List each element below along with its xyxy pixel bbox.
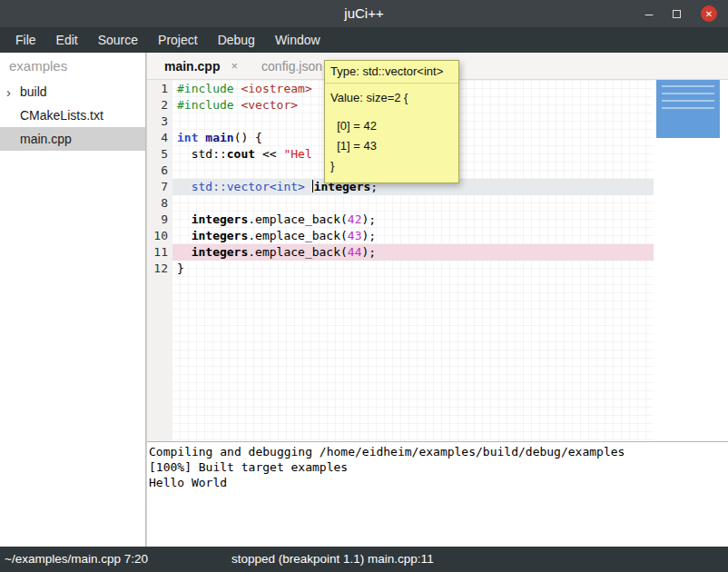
minimap-thumb[interactable]: [656, 80, 720, 138]
line-number[interactable]: 4: [147, 130, 172, 146]
close-button[interactable]: ✕: [701, 5, 717, 22]
tree-item-build[interactable]: ›build: [0, 80, 145, 104]
status-debug-state: stopped (breakpoint 1.1) main.cpp:11: [231, 547, 434, 572]
code-text: integers.emplace_back(44);: [172, 244, 654, 261]
code-segment: main: [205, 131, 233, 144]
text-caret: [312, 180, 313, 192]
chevron-right-icon[interactable]: ›: [6, 85, 20, 99]
code-segment: <iostream>: [241, 82, 311, 95]
status-file-position: ~/examples/main.cpp 7:20: [5, 547, 148, 572]
code-segment: std::vector<int>: [192, 180, 305, 193]
code-segment: #include: [177, 82, 234, 95]
code-segment: [305, 180, 312, 193]
menubar: FileEditSourceProjectDebugWindow: [0, 27, 728, 53]
tab-main-cpp[interactable]: main.cpp×: [152, 53, 250, 79]
code-segment: 42: [348, 212, 362, 226]
code-segment: .emplace_back(: [248, 245, 348, 259]
code-segment: .emplace_back(: [248, 229, 348, 242]
code-segment: integers: [192, 229, 249, 242]
menu-window[interactable]: Window: [265, 27, 330, 53]
sidebar-header: examples: [0, 53, 145, 80]
sidebar: examples ›buildCMakeLists.txtmain.cpp: [0, 53, 145, 547]
code-segment: );: [362, 245, 377, 259]
code-segment: [177, 212, 192, 226]
code-segment: "Hel: [283, 147, 311, 161]
tree-item-cmakelists-txt[interactable]: CMakeLists.txt: [0, 104, 145, 127]
menu-debug[interactable]: Debug: [208, 27, 265, 53]
code-line[interactable]: 8: [147, 195, 654, 212]
code-segment: );: [362, 229, 377, 242]
code-segment: std::: [177, 147, 227, 161]
line-number[interactable]: 12: [147, 261, 172, 277]
code-segment: int: [177, 131, 198, 144]
line-number[interactable]: 11: [147, 244, 172, 261]
minimize-button[interactable]: –: [645, 0, 653, 27]
code-segment: #include: [177, 98, 234, 112]
line-number[interactable]: 6: [147, 163, 172, 179]
menu-source[interactable]: Source: [88, 27, 148, 53]
menu-file[interactable]: File: [5, 27, 46, 53]
tooltip-value-line: [1] = 43: [330, 136, 453, 156]
code-segment: 43: [348, 229, 362, 242]
menu-edit[interactable]: Edit: [46, 27, 88, 53]
code-segment: [177, 229, 192, 242]
tooltip-value-line: Value: size=2 {: [330, 88, 453, 108]
tooltip-value: Value: size=2 { [0] = 42 [1] = 43}: [325, 84, 458, 182]
terminal-output[interactable]: Compiling and debugging /home/eidheim/ex…: [147, 442, 728, 547]
code-segment: [177, 180, 192, 193]
terminal-line: Hello World: [149, 475, 726, 490]
code-segment: <<: [255, 147, 283, 161]
code-text: integers.emplace_back(43);: [172, 228, 654, 244]
code-segment: integers: [192, 245, 249, 259]
minimap-lines: [662, 85, 714, 113]
code-segment: .emplace_back(: [248, 212, 348, 226]
tree-item-label: build: [20, 84, 47, 99]
line-number[interactable]: 3: [147, 113, 172, 130]
titlebar[interactable]: juCi++ – ✕: [0, 0, 728, 27]
statusbar: ~/examples/main.cpp 7:20 stopped (breakp…: [0, 547, 728, 572]
code-segment: [177, 245, 192, 259]
debug-tooltip: Type: std::vector<int> Value: size=2 { […: [324, 60, 459, 183]
tree-item-label: CMakeLists.txt: [20, 108, 103, 123]
tab-label: main.cpp: [164, 59, 220, 74]
tooltip-type-line: Type: std::vector<int>: [325, 61, 458, 84]
code-segment: () {: [234, 131, 262, 144]
code-line[interactable]: 10 integers.emplace_back(43);: [147, 228, 654, 244]
restore-button[interactable]: [673, 10, 681, 18]
menu-project[interactable]: Project: [148, 27, 208, 53]
line-number[interactable]: 8: [147, 195, 172, 212]
code-segment: );: [362, 212, 377, 226]
code-line[interactable]: 11 integers.emplace_back(44);: [147, 244, 654, 261]
code-text: }: [172, 261, 654, 277]
line-number[interactable]: 1: [147, 81, 172, 97]
tab-label: config.json: [261, 59, 322, 74]
code-segment: cout: [227, 147, 255, 161]
line-number[interactable]: 2: [147, 97, 172, 113]
tree-item-main-cpp[interactable]: main.cpp: [0, 127, 145, 151]
close-icon[interactable]: ×: [231, 59, 238, 73]
line-number[interactable]: 9: [147, 212, 172, 228]
code-line[interactable]: 12}: [147, 261, 654, 277]
window-title: juCi++: [0, 0, 728, 27]
line-number[interactable]: 10: [147, 228, 172, 244]
tooltip-value-line: }: [330, 156, 453, 176]
app-window: juCi++ – ✕ FileEditSourceProjectDebugWin…: [0, 0, 728, 572]
code-text: integers.emplace_back(42);: [172, 212, 654, 228]
tooltip-value-line: [0] = 42: [330, 116, 453, 136]
code-segment: 44: [348, 245, 362, 259]
code-text: [172, 195, 654, 212]
tree-item-label: main.cpp: [20, 132, 72, 146]
line-number[interactable]: 7: [147, 179, 172, 195]
code-segment: <vector>: [241, 98, 298, 112]
code-line[interactable]: 9 integers.emplace_back(42);: [147, 212, 654, 228]
code-segment: integers: [192, 212, 249, 226]
terminal-line: [100%] Built target examples: [149, 459, 726, 475]
terminal-line: Compiling and debugging /home/eidheim/ex…: [149, 444, 726, 459]
file-tree: ›buildCMakeLists.txtmain.cpp: [0, 80, 145, 151]
code-segment: }: [177, 261, 184, 275]
window-controls: – ✕: [645, 0, 717, 27]
line-number[interactable]: 5: [147, 146, 172, 163]
